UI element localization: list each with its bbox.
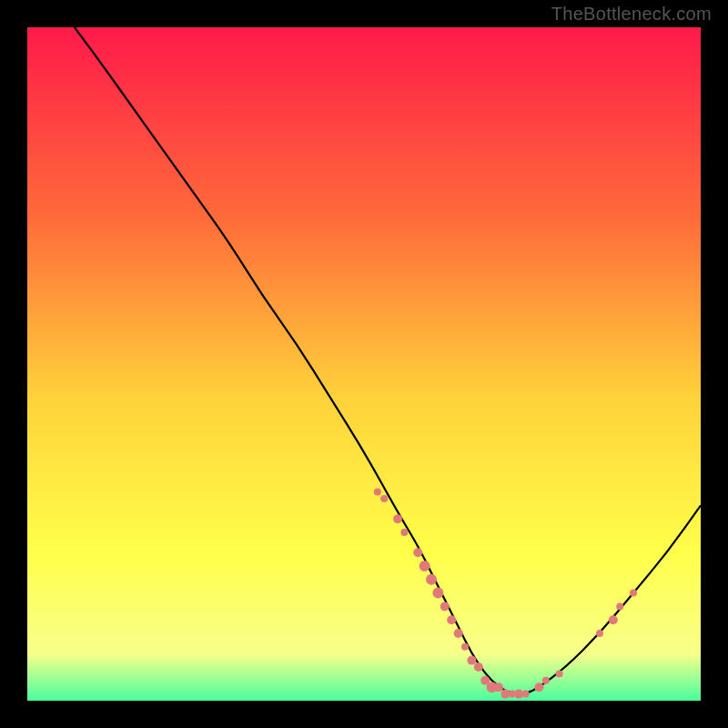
- data-marker: [467, 656, 476, 665]
- data-marker: [542, 677, 550, 684]
- data-marker: [630, 590, 637, 597]
- data-marker: [556, 670, 563, 677]
- data-marker: [440, 602, 450, 611]
- gradient-bg: [27, 27, 701, 701]
- data-marker: [474, 662, 483, 672]
- chart-frame: TheBottleneck.com: [0, 0, 728, 728]
- data-marker: [420, 561, 430, 571]
- data-marker: [426, 574, 437, 585]
- data-marker: [380, 495, 388, 502]
- data-marker: [432, 588, 443, 599]
- plot-area: [27, 27, 701, 701]
- data-marker: [461, 643, 469, 651]
- data-marker: [447, 615, 456, 624]
- data-marker: [393, 514, 402, 523]
- data-marker: [413, 548, 422, 557]
- data-marker: [522, 691, 530, 698]
- data-marker: [609, 615, 618, 624]
- data-marker: [596, 630, 603, 637]
- data-marker: [374, 489, 381, 496]
- data-marker: [454, 629, 463, 638]
- data-marker: [494, 682, 503, 692]
- data-marker: [400, 529, 408, 536]
- data-marker: [616, 602, 623, 610]
- watermark-text: TheBottleneck.com: [551, 4, 712, 25]
- chart-svg: [27, 27, 701, 701]
- data-marker: [534, 682, 543, 692]
